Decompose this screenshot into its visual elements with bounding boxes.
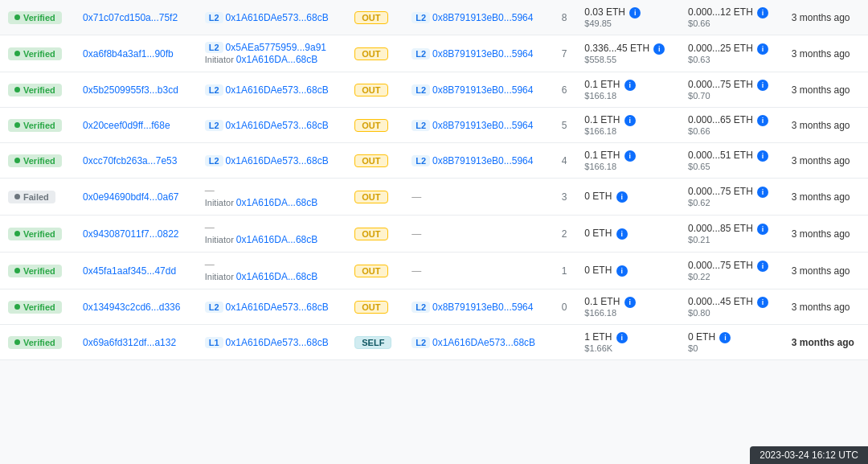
initiator-link[interactable]: 0x1A616DA...68cB <box>236 234 317 245</box>
amount-info-icon[interactable]: i <box>624 297 636 308</box>
tx-link[interactable]: 0x45fa1aaf345...47dd <box>83 265 176 277</box>
amount-info-icon[interactable]: i <box>653 43 665 55</box>
status-dot <box>14 87 20 92</box>
to-addr-link[interactable]: 0x1A616DAe573...68cB <box>432 337 535 348</box>
from-addr-link[interactable]: 0x1A616DAe573...68cB <box>226 84 329 96</box>
fee-info-icon[interactable]: i <box>719 332 731 343</box>
time-cell: 3 months ago <box>784 0 868 35</box>
status-cell: Verified <box>0 253 75 289</box>
amount-info-icon[interactable]: i <box>624 115 636 126</box>
from-addr-link[interactable]: 0x1A616DAe573...68cB <box>226 12 329 23</box>
from-dash: — <box>205 222 339 233</box>
tx-link[interactable]: 0x134943c2cd6...d336 <box>83 302 180 313</box>
from-initiator: — Initiator 0x1A616DA...68cB <box>205 222 339 245</box>
fee-info-icon[interactable]: i <box>757 297 768 308</box>
to-addr-link[interactable]: 0x8B791913eB0...5964 <box>432 302 533 313</box>
fee-info-icon[interactable]: i <box>757 261 768 272</box>
to-dash: — <box>411 228 421 240</box>
fee-info-icon[interactable]: i <box>757 115 768 126</box>
amount-value: 0.1 ETH i <box>584 79 672 91</box>
fee-value: 0.000...75 ETH i <box>688 79 776 91</box>
nonce-cell: 3 <box>554 179 577 216</box>
status-cell: Verified <box>0 325 75 360</box>
from-layer-badge: L2 <box>205 302 223 313</box>
time-cell: 3 months ago <box>784 72 868 108</box>
amount-info-icon[interactable]: i <box>624 80 636 91</box>
fee-value: 0.000...75 ETH i <box>688 186 776 198</box>
status-dot <box>14 231 20 236</box>
tx-hash-cell: 0x20ceef0d9ff...f68e <box>75 108 197 143</box>
table-row: Verified 0xcc70fcb263a...7e53L20x1A616DA… <box>0 143 868 179</box>
direction-cell: OUT <box>346 289 403 325</box>
direction-cell: OUT <box>346 179 403 216</box>
amount-cell: 0 ETH i <box>576 179 680 216</box>
status-badge: Verified <box>8 336 62 349</box>
from-addr-link[interactable]: 0x1A616DAe573...68cB <box>226 337 329 348</box>
to-addr-link[interactable]: 0x8B791913eB0...5964 <box>432 120 533 131</box>
direction-cell: OUT <box>346 216 403 253</box>
from-addr-link[interactable]: 0x5AEa5775959...9a91 <box>226 42 326 53</box>
to-addr-link[interactable]: 0x8B791913eB0...5964 <box>432 48 533 60</box>
time-value: 3 months ago <box>792 155 850 166</box>
fee-wrapper: 0.000...85 ETH i $0.21 <box>688 223 776 244</box>
initiator-label: Initiator 0x1A616DA...68cB <box>205 234 339 245</box>
table-row: Verified 0x45fa1aaf345...47dd — Initiato… <box>0 253 868 289</box>
amount-info-icon[interactable]: i <box>616 332 628 343</box>
fee-info-icon[interactable]: i <box>757 224 768 235</box>
nonce-value: 6 <box>562 84 567 96</box>
tx-link[interactable]: 0x5b2509955f3...b3cd <box>83 84 178 96</box>
amount-wrapper: 0.03 ETH i $49.85 <box>584 6 672 28</box>
amount-value: 0.336...45 ETH i <box>584 43 672 55</box>
tx-link[interactable]: 0x20ceef0d9ff...f68e <box>83 120 170 131</box>
status-cell: Verified <box>0 35 75 72</box>
from-addr-link[interactable]: 0x1A616DAe573...68cB <box>226 155 329 166</box>
fee-info-icon[interactable]: i <box>757 7 768 18</box>
amount-info-icon[interactable]: i <box>616 191 628 203</box>
fee-value: 0 ETH i <box>688 331 776 343</box>
initiator-link[interactable]: 0x1A616DA...68cB <box>236 54 317 65</box>
amount-value: 1 ETH i <box>584 331 672 343</box>
to-addr-link[interactable]: 0x8B791913eB0...5964 <box>432 12 533 23</box>
from-cell: L20x5AEa5775959...9a91 Initiator 0x1A616… <box>197 35 347 72</box>
amount-info-icon[interactable]: i <box>629 7 641 18</box>
status-badge: Verified <box>8 119 62 132</box>
table-row: Verified 0x20ceef0d9ff...f68eL20x1A616DA… <box>0 108 868 143</box>
tx-link[interactable]: 0x69a6fd312df...a132 <box>83 337 176 348</box>
tx-link[interactable]: 0x71c07cd150a...75f2 <box>83 12 178 23</box>
fee-cell: 0.000...85 ETH i $0.21 <box>680 216 784 253</box>
from-layer-badge: L1 <box>205 337 223 348</box>
status-dot <box>14 339 20 345</box>
fee-value: 0.000...85 ETH i <box>688 223 776 235</box>
to-cell: L20x8B791913eB0...5964 <box>403 0 554 35</box>
fee-usd: $0.66 <box>688 18 776 28</box>
amount-info-icon[interactable]: i <box>616 228 628 240</box>
initiator-link[interactable]: 0x1A616DA...68cB <box>236 197 317 208</box>
amount-value: 0.1 ETH i <box>584 114 672 126</box>
from-cell: L20x1A616DAe573...68cB <box>197 0 347 35</box>
tx-link[interactable]: 0xcc70fcb263a...7e53 <box>83 155 177 166</box>
status-badge: Failed <box>8 191 55 203</box>
tx-link[interactable]: 0x943087011f7...0822 <box>83 228 178 240</box>
time-value: 3 months ago <box>792 337 854 348</box>
initiator-link[interactable]: 0x1A616DA...68cB <box>236 271 317 282</box>
table-row: Verified 0x69a6fd312df...a132L10x1A616DA… <box>0 325 868 360</box>
nonce-value: 7 <box>562 48 567 60</box>
tx-link[interactable]: 0xa6f8b4a3af1...90fb <box>83 48 174 60</box>
amount-info-icon[interactable]: i <box>624 150 636 162</box>
amount-usd: $166.18 <box>584 308 672 318</box>
tx-link[interactable]: 0x0e94690bdf4...0a67 <box>83 191 178 203</box>
fee-usd: $0.21 <box>688 235 776 244</box>
nonce-cell: 1 <box>554 253 577 289</box>
fee-info-icon[interactable]: i <box>757 187 768 198</box>
from-addr-link[interactable]: 0x1A616DAe573...68cB <box>226 120 329 131</box>
amount-info-icon[interactable]: i <box>616 265 628 277</box>
to-addr-link[interactable]: 0x8B791913eB0...5964 <box>432 155 533 166</box>
fee-info-icon[interactable]: i <box>757 80 768 91</box>
from-addr-link[interactable]: 0x1A616DAe573...68cB <box>226 302 329 313</box>
direction-cell: OUT <box>346 143 403 179</box>
amount-cell: 0.1 ETH i $166.18 <box>576 289 680 325</box>
fee-info-icon[interactable]: i <box>757 150 768 162</box>
to-addr-link[interactable]: 0x8B791913eB0...5964 <box>432 84 533 96</box>
fee-info-icon[interactable]: i <box>757 43 768 55</box>
time-value: 3 months ago <box>792 191 850 203</box>
